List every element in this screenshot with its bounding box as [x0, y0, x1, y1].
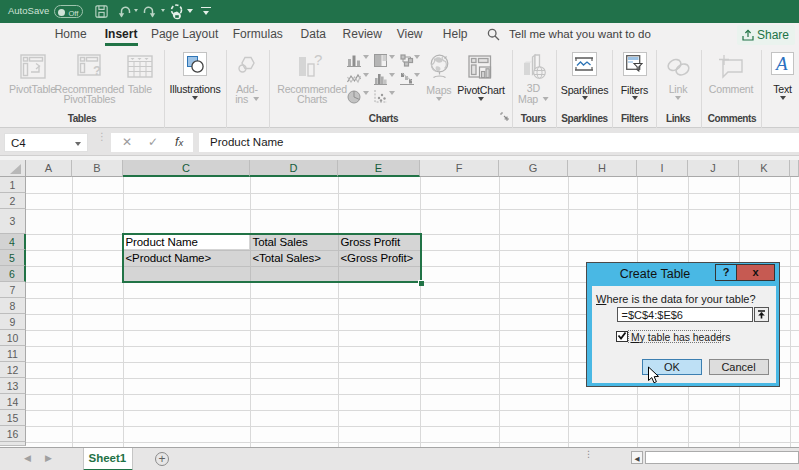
svg-text:?: ?: [314, 53, 322, 68]
svg-text:?: ?: [93, 63, 101, 78]
